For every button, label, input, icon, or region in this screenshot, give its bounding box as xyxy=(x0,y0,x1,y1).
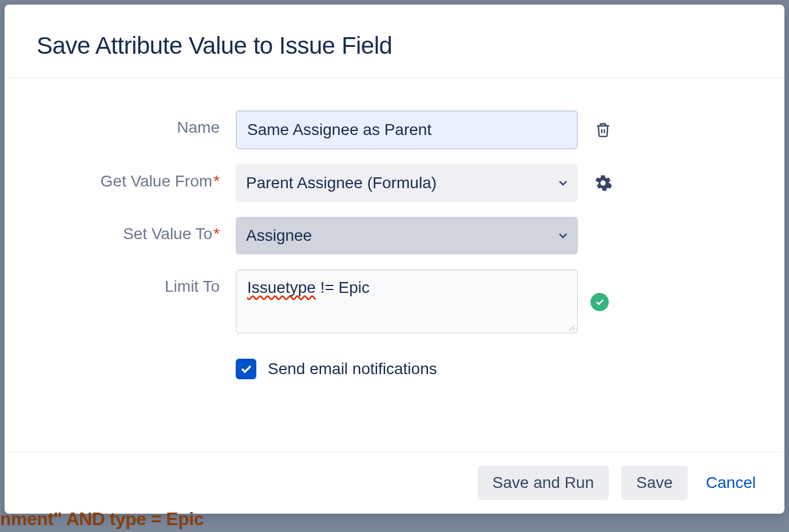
chevron-down-icon xyxy=(558,233,568,239)
required-asterisk: * xyxy=(213,172,220,190)
limit-to-textarea[interactable]: Issuetype != Epic xyxy=(236,269,578,334)
modal-title: Save Attribute Value to Issue Field xyxy=(37,32,752,59)
limit-to-label: Limit To xyxy=(37,269,236,296)
form-row-set-value-to: Set Value To* Assignee xyxy=(37,217,752,255)
get-value-from-label: Get Value From* xyxy=(37,164,236,190)
modal-footer: Save and Run Save Cancel xyxy=(5,451,784,514)
form-row-get-value-from: Get Value From* Parent Assignee (Formula… xyxy=(37,164,752,202)
save-attribute-modal: Save Attribute Value to Issue Field Name xyxy=(5,5,784,514)
name-input[interactable] xyxy=(236,110,578,149)
set-value-to-label: Set Value To* xyxy=(37,217,236,243)
form-row-name: Name xyxy=(37,110,752,149)
save-button[interactable]: Save xyxy=(621,466,688,500)
delete-icon[interactable] xyxy=(590,117,616,142)
required-asterisk: * xyxy=(213,225,220,243)
modal-body: Name Get Value From* Parent xyxy=(5,78,784,451)
send-email-checkbox[interactable] xyxy=(236,359,256,379)
gear-icon[interactable] xyxy=(590,170,616,196)
valid-check-icon xyxy=(590,293,609,311)
chevron-down-icon xyxy=(558,180,568,186)
cancel-button[interactable]: Cancel xyxy=(700,466,762,500)
form-row-limit-to: Limit To Issuetype != Epic xyxy=(37,269,752,334)
name-label: Name xyxy=(37,110,236,137)
send-email-label[interactable]: Send email notifications xyxy=(268,360,437,378)
background-query-text: nment" AND type = Epic xyxy=(0,509,204,530)
save-and-run-button[interactable]: Save and Run xyxy=(478,466,609,500)
send-email-row: Send email notifications xyxy=(236,359,752,379)
set-value-to-select[interactable]: Assignee xyxy=(236,217,578,255)
modal-header: Save Attribute Value to Issue Field xyxy=(5,5,784,78)
get-value-from-select[interactable]: Parent Assignee (Formula) xyxy=(236,164,578,202)
